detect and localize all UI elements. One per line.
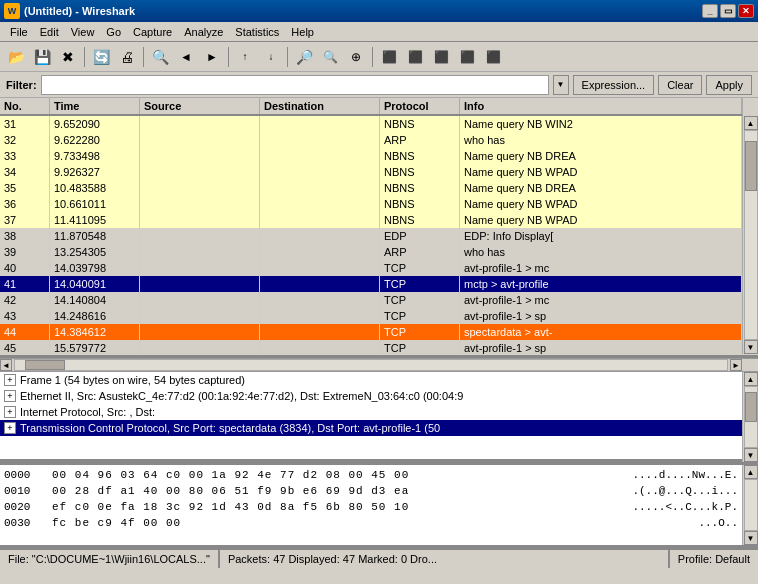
apply-button[interactable]: Apply — [706, 75, 752, 95]
clear-button[interactable]: Clear — [658, 75, 702, 95]
tb-iface[interactable]: ⬛ — [403, 45, 427, 69]
table-row[interactable]: 4014.039798TCPavt-profile-1 > mc — [0, 260, 742, 276]
tb-print[interactable]: 🖨 — [115, 45, 139, 69]
vscroll-down[interactable]: ▼ — [744, 340, 758, 354]
tb-close[interactable]: ✖ — [56, 45, 80, 69]
packet-vscroll[interactable]: ▲ ▼ — [742, 116, 758, 354]
packet-rows[interactable]: 319.652090NBNSName query NB WIN2329.6222… — [0, 116, 742, 354]
tb-options[interactable]: ⬛ — [429, 45, 453, 69]
tb-restart[interactable]: ⬛ — [481, 45, 505, 69]
menu-bar: File Edit View Go Capture Analyze Statis… — [0, 22, 758, 42]
detail-vscroll-down[interactable]: ▼ — [744, 448, 758, 462]
filter-input[interactable] — [41, 75, 549, 95]
filter-dropdown[interactable]: ▼ — [553, 75, 569, 95]
vscroll-up[interactable]: ▲ — [744, 116, 758, 130]
hex-row: 0020ef c0 0e fa 18 3c 92 1d 43 0d 8a f5 … — [4, 499, 738, 515]
tb-stop[interactable]: ⬛ — [455, 45, 479, 69]
menu-file[interactable]: File — [4, 24, 34, 40]
menu-statistics[interactable]: Statistics — [229, 24, 285, 40]
tb-sep3 — [228, 47, 229, 67]
tb-find[interactable]: 🔍 — [148, 45, 172, 69]
menu-capture[interactable]: Capture — [127, 24, 178, 40]
detail-expander[interactable]: + — [4, 374, 16, 386]
detail-vscroll-track[interactable] — [744, 386, 758, 448]
title-bar: W (Untitled) - Wireshark _ ▭ ✕ — [0, 0, 758, 22]
toolbar: 📂 💾 ✖ 🔄 🖨 🔍 ◄ ► ↑ ↓ 🔎 🔍 ⊕ ⬛ ⬛ ⬛ ⬛ ⬛ — [0, 42, 758, 72]
table-row[interactable]: 4314.248616TCPavt-profile-1 > sp — [0, 308, 742, 324]
hex-bytes: ef c0 0e fa 18 3c 92 1d 43 0d 8a f5 6b 8… — [52, 501, 624, 513]
detail-row[interactable]: +Transmission Control Protocol, Src Port… — [0, 420, 742, 436]
tb-next[interactable]: ► — [200, 45, 224, 69]
detail-row[interactable]: +Frame 1 (54 bytes on wire, 54 bytes cap… — [0, 372, 742, 388]
tb-open[interactable]: 📂 — [4, 45, 28, 69]
tb-save[interactable]: 💾 — [30, 45, 54, 69]
detail-row[interactable]: +Internet Protocol, Src: , Dst: — [0, 404, 742, 420]
table-row[interactable]: 3711.411095NBNSName query NB WPAD — [0, 212, 742, 228]
menu-view[interactable]: View — [65, 24, 101, 40]
close-button[interactable]: ✕ — [738, 4, 754, 18]
tb-capture[interactable]: ⬛ — [377, 45, 401, 69]
tb-sep1 — [84, 47, 85, 67]
hex-vscroll-up[interactable]: ▲ — [744, 465, 758, 479]
hex-vscroll-track[interactable] — [744, 479, 758, 531]
table-row[interactable]: 3913.254305ARPwho has — [0, 244, 742, 260]
hex-vscroll-down[interactable]: ▼ — [744, 531, 758, 545]
col-dest[interactable]: Destination — [260, 98, 380, 114]
hex-ascii: ...O.. — [698, 517, 738, 529]
filter-label: Filter: — [6, 79, 37, 91]
detail-expander[interactable]: + — [4, 390, 16, 402]
detail-expander[interactable]: + — [4, 406, 16, 418]
tb-zoom-out[interactable]: 🔍 — [318, 45, 342, 69]
table-row[interactable]: 4214.140804TCPavt-profile-1 > mc — [0, 292, 742, 308]
packet-hscroll[interactable]: ◄ ► — [0, 358, 758, 372]
tb-reload[interactable]: 🔄 — [89, 45, 113, 69]
hscroll-track[interactable] — [14, 359, 728, 371]
packet-area: No. Time Source Destination Protocol Inf… — [0, 98, 758, 358]
col-source[interactable]: Source — [140, 98, 260, 114]
table-row[interactable]: 329.622280ARPwho has — [0, 132, 742, 148]
table-row[interactable]: 4114.040091TCPmctp > avt-profile — [0, 276, 742, 292]
tb-zoom-in[interactable]: 🔎 — [292, 45, 316, 69]
detail-text: Internet Protocol, Src: , Dst: — [20, 406, 155, 418]
table-row[interactable]: 339.733498NBNSName query NB DREA — [0, 148, 742, 164]
detail-vscroll-up[interactable]: ▲ — [744, 372, 758, 386]
tb-zoom-reset[interactable]: ⊕ — [344, 45, 368, 69]
header-scroll-spacer — [742, 98, 758, 116]
col-proto[interactable]: Protocol — [380, 98, 460, 114]
hex-ascii: ....d....Nw...E. — [632, 469, 738, 481]
title-buttons: _ ▭ ✕ — [702, 4, 754, 18]
vscroll-thumb[interactable] — [745, 141, 757, 191]
table-row[interactable]: 3510.483588NBNSName query NB DREA — [0, 180, 742, 196]
tb-color1[interactable]: ↑ — [233, 45, 257, 69]
menu-help[interactable]: Help — [285, 24, 320, 40]
minimize-button[interactable]: _ — [702, 4, 718, 18]
tb-prev[interactable]: ◄ — [174, 45, 198, 69]
tb-sep2 — [143, 47, 144, 67]
maximize-button[interactable]: ▭ — [720, 4, 736, 18]
vscroll-track[interactable] — [744, 130, 758, 340]
table-row[interactable]: 319.652090NBNSName query NB WIN2 — [0, 116, 742, 132]
detail-vscroll-thumb[interactable] — [745, 392, 757, 422]
detail-row[interactable]: +Ethernet II, Src: AsustekC_4e:77:d2 (00… — [0, 388, 742, 404]
hscroll-left[interactable]: ◄ — [0, 359, 12, 371]
detail-vscroll[interactable]: ▲ ▼ — [742, 372, 758, 462]
col-no[interactable]: No. — [0, 98, 50, 114]
hex-row: 000000 04 96 03 64 c0 00 1a 92 4e 77 d2 … — [4, 467, 738, 483]
hex-vscroll[interactable]: ▲ ▼ — [742, 465, 758, 545]
status-packets: Packets: 47 Displayed: 47 Marked: 0 Dro.… — [220, 550, 670, 568]
table-row[interactable]: 4414.384612TCPspectardata > avt- — [0, 324, 742, 340]
menu-go[interactable]: Go — [100, 24, 127, 40]
expression-button[interactable]: Expression... — [573, 75, 655, 95]
menu-edit[interactable]: Edit — [34, 24, 65, 40]
table-row[interactable]: 3610.661011NBNSName query NB WPAD — [0, 196, 742, 212]
tb-color2[interactable]: ↓ — [259, 45, 283, 69]
table-row[interactable]: 349.926327NBNSName query NB WPAD — [0, 164, 742, 180]
table-row[interactable]: 3811.870548EDPEDP: Info Display[ — [0, 228, 742, 244]
hscroll-right[interactable]: ► — [730, 359, 742, 371]
col-info[interactable]: Info — [460, 98, 742, 114]
menu-analyze[interactable]: Analyze — [178, 24, 229, 40]
col-time[interactable]: Time — [50, 98, 140, 114]
table-row[interactable]: 4515.579772TCPavt-profile-1 > sp — [0, 340, 742, 354]
hscroll-thumb[interactable] — [25, 360, 65, 370]
detail-expander[interactable]: + — [4, 422, 16, 434]
